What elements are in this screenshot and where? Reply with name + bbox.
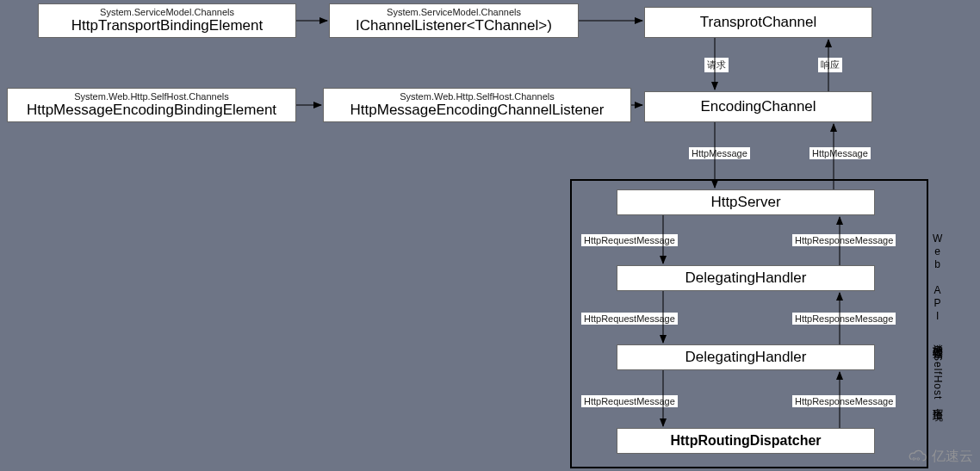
node-delegating-handler-2: DelegatingHandler [617,344,875,370]
node-title: TransprotChannel [700,14,816,31]
label-http-resp-3: HttpResponseMessage [792,395,896,407]
node-title: HttpTransportBindingElement [71,17,263,34]
node-http-server: HttpServer [617,189,875,215]
label-request: 请求 [704,58,729,72]
pipeline-caption: Web API 消息处理管道 SelfHost宿主环境 [930,232,944,403]
label-http-req-2: HttpRequestMessage [581,313,678,325]
node-title: DelegatingHandler [685,349,807,366]
svg-point-15 [917,457,920,460]
node-title: IChannelListener<TChannel>) [356,17,552,34]
namespace-label: System.ServiceModel.Channels [100,7,234,17]
caption-line-2: SelfHost宿主环境 [930,354,944,403]
label-http-resp-1: HttpResponseMessage [792,234,896,246]
node-http-msg-encoding-listener: System.Web.Http.SelfHost.Channels HttpMe… [323,88,631,122]
label-http-message-down: HttpMessage [689,147,750,159]
node-http-msg-encoding-binding: System.Web.Http.SelfHost.Channels HttpMe… [7,88,296,122]
node-title: HttpMessageEncodingChannelListener [350,102,605,119]
watermark-text: 亿速云 [932,448,973,466]
node-ichannel-listener: System.ServiceModel.Channels IChannelLis… [329,3,579,38]
namespace-label: System.Web.Http.SelfHost.Channels [74,91,229,102]
node-transport-channel: TransprotChannel [644,7,872,38]
label-http-req-1: HttpRequestMessage [581,234,678,246]
node-http-transport-binding: System.ServiceModel.Channels HttpTranspo… [38,3,296,38]
cloud-icon [906,449,928,465]
node-title: HttpRoutingDispatcher [670,432,821,449]
namespace-label: System.ServiceModel.Channels [387,7,521,17]
node-title: DelegatingHandler [685,270,807,287]
node-title: HttpMessageEncodingBindingElement [27,102,276,119]
node-http-routing-dispatcher: HttpRoutingDispatcher [617,428,875,454]
node-title: HttpServer [710,194,780,211]
label-http-req-3: HttpRequestMessage [581,395,678,407]
caption-line-1: Web API 消息处理管道 [930,232,944,341]
namespace-label: System.Web.Http.SelfHost.Channels [400,91,555,102]
label-http-message-up: HttpMessage [809,147,871,159]
watermark: 亿速云 [906,448,973,466]
label-response: 响应 [818,58,842,72]
label-http-resp-2: HttpResponseMessage [792,313,896,325]
node-delegating-handler-1: DelegatingHandler [617,265,875,291]
node-title: EncodingChannel [700,98,816,115]
svg-point-14 [913,457,915,460]
node-encoding-channel: EncodingChannel [644,91,872,122]
